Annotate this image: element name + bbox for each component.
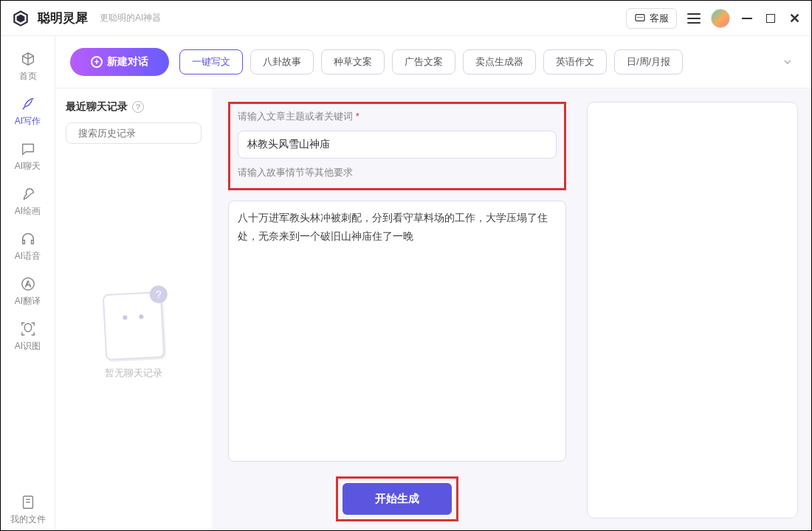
brush-icon — [20, 186, 36, 202]
app-logo-icon — [11, 9, 30, 28]
sidebar-item-image[interactable]: AI识图 — [6, 315, 50, 358]
file-icon — [20, 494, 36, 510]
svg-point-2 — [639, 16, 641, 18]
menu-icon[interactable] — [687, 13, 701, 24]
chevron-down-icon — [782, 56, 794, 68]
svg-point-1 — [638, 16, 639, 18]
svg-point-3 — [641, 16, 643, 18]
sidebar-item-voice[interactable]: AI语音 — [6, 225, 50, 268]
headphone-icon — [20, 231, 36, 247]
output-panel — [587, 102, 798, 518]
sidebar-item-home[interactable]: 首页 — [6, 45, 50, 88]
svg-point-4 — [21, 278, 34, 291]
tab-oneclick[interactable]: 一键写文 — [179, 49, 243, 74]
tab-report[interactable]: 日/周/月报 — [614, 49, 683, 74]
sidebar-item-translate[interactable]: AI翻译 — [6, 270, 50, 313]
tab-seed[interactable]: 种草文案 — [321, 49, 385, 74]
toolbar: + 新建对话 一键写文 八卦故事 种草文案 广告文案 卖点生成器 英语作文 日/… — [55, 36, 811, 88]
customer-service-button[interactable]: 客服 — [626, 8, 677, 29]
help-icon[interactable]: ? — [132, 101, 144, 113]
sidebar-item-chat[interactable]: AI聊天 — [6, 135, 50, 178]
avatar[interactable] — [711, 9, 730, 28]
sidebar-item-label: 首页 — [19, 70, 37, 83]
highlight-button: 开始生成 — [336, 476, 458, 521]
form-panel: 请输入文章主题或者关键词 * 请输入故事情节等其他要求 开始生成 — [212, 88, 582, 531]
detail-textarea[interactable] — [228, 201, 566, 462]
sidebar-item-files[interactable]: 我的文件 — [6, 488, 50, 531]
sidebar-item-write[interactable]: AI写作 — [6, 90, 50, 133]
window-close-button[interactable]: ✕ — [788, 12, 801, 25]
history-panel: 最近聊天记录 ? 暂无聊天记录 — [55, 88, 212, 531]
empty-label: 暂无聊天记录 — [105, 367, 162, 380]
cube-icon — [20, 51, 36, 67]
topic-input[interactable] — [238, 131, 557, 159]
customer-service-label: 客服 — [650, 12, 669, 25]
app-subtitle: 更聪明的AI神器 — [100, 12, 161, 24]
sidebar-item-label: AI翻译 — [15, 295, 41, 308]
sidebar-item-label: 我的文件 — [10, 513, 46, 526]
history-search[interactable] — [66, 122, 202, 144]
tab-sellingpoint[interactable]: 卖点生成器 — [463, 49, 536, 74]
sidebar-item-draw[interactable]: AI绘画 — [6, 180, 50, 223]
sidebar-item-label: AI聊天 — [15, 160, 41, 173]
empty-icon — [103, 291, 165, 361]
history-title: 最近聊天记录 ? — [66, 100, 202, 114]
tab-english[interactable]: 英语作文 — [543, 49, 607, 74]
sidebar-item-label: AI识图 — [15, 340, 41, 353]
title-bar: 聪明灵犀 更聪明的AI神器 客服 ✕ — [1, 1, 811, 36]
detail-label: 请输入故事情节等其他要求 — [238, 166, 557, 179]
new-chat-button[interactable]: + 新建对话 — [70, 48, 169, 76]
sidebar-item-label: AI绘画 — [15, 205, 41, 218]
topic-label: 请输入文章主题或者关键词 * — [238, 110, 557, 123]
highlight-inputs: 请输入文章主题或者关键词 * 请输入故事情节等其他要求 — [228, 102, 566, 190]
window-minimize-button[interactable] — [740, 12, 754, 25]
sidebar-item-label: AI写作 — [15, 115, 41, 128]
feather-icon — [20, 96, 36, 112]
chat-icon — [634, 13, 646, 24]
plus-icon: + — [91, 56, 103, 68]
tab-gossip[interactable]: 八卦故事 — [250, 49, 314, 74]
category-tabs: 一键写文 八卦故事 种草文案 广告文案 卖点生成器 英语作文 日/周/月报 — [179, 49, 768, 74]
output-column — [582, 88, 811, 531]
image-scan-icon — [20, 321, 36, 337]
new-chat-label: 新建对话 — [107, 55, 148, 69]
search-input[interactable] — [78, 128, 202, 139]
expand-tabs-button[interactable] — [779, 53, 796, 71]
tab-ad[interactable]: 广告文案 — [392, 49, 455, 74]
sidebar: 首页 AI写作 AI聊天 AI绘画 AI语音 AI翻译 AI识图 我 — [1, 36, 55, 531]
app-title: 聪明灵犀 — [38, 10, 88, 27]
sidebar-item-label: AI语音 — [15, 250, 41, 263]
window-maximize-button[interactable] — [764, 12, 777, 25]
translate-icon — [20, 276, 36, 292]
generate-button[interactable]: 开始生成 — [343, 483, 452, 515]
empty-history: 暂无聊天记录 — [66, 153, 202, 520]
chat-bubble-icon — [20, 141, 36, 157]
